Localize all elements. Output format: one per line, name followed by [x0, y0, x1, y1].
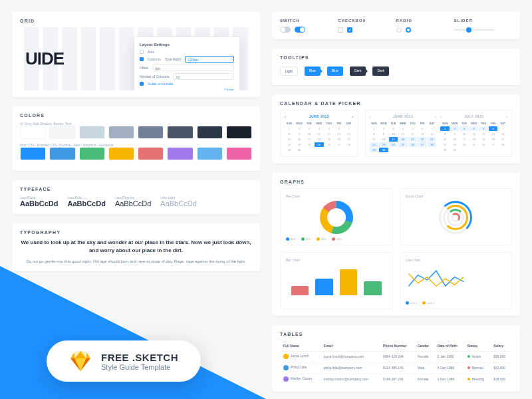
calendar-day[interactable]: 7 [344, 126, 354, 131]
calendar-day[interactable]: 24 [305, 142, 314, 147]
calendar-day[interactable]: 28 [498, 142, 507, 147]
calendar-day[interactable]: 19 [408, 137, 418, 142]
calendar-day[interactable]: 15 [440, 137, 450, 142]
calendar-day[interactable]: 9 [295, 132, 304, 136]
color-swatch[interactable] [167, 147, 193, 160]
color-swatch[interactable] [197, 126, 223, 139]
calendar-day[interactable]: 27 [418, 142, 427, 147]
calendar-day[interactable]: 20 [334, 137, 344, 142]
calendar-day[interactable]: 30 [295, 148, 304, 152]
calendar-day[interactable]: 4 [315, 126, 324, 131]
table-header[interactable]: Email [322, 342, 380, 350]
calendar-day[interactable]: 10 [305, 132, 314, 136]
calendar-day[interactable]: 24 [389, 142, 398, 147]
color-swatch[interactable] [138, 126, 164, 139]
calendar-day[interactable]: 11 [469, 132, 479, 136]
calendar-day[interactable]: 6 [489, 126, 498, 131]
calendar-day[interactable]: 18 [315, 137, 324, 142]
table-row[interactable]: Marilyn Castromarilyn.castro@company.com… [281, 374, 511, 384]
calendar-day[interactable]: 17 [389, 137, 398, 142]
calendar-day[interactable]: 16 [450, 137, 460, 142]
calendar-day[interactable]: 6 [418, 126, 427, 131]
num-cols-input[interactable]: 12 [173, 73, 234, 80]
radio-on[interactable] [406, 27, 411, 33]
radio-off[interactable] [396, 27, 402, 33]
calendar-day[interactable]: 19 [325, 137, 334, 142]
calendar-day[interactable]: 27 [334, 142, 344, 147]
calendar-day[interactable]: 4 [469, 126, 479, 131]
calendar-day[interactable]: 15 [370, 137, 379, 142]
checkbox-off[interactable] [338, 27, 343, 33]
calendar-day[interactable]: 8 [370, 132, 379, 136]
calendar-day[interactable]: 23 [379, 142, 388, 147]
calendar-day[interactable]: 15 [285, 137, 294, 142]
color-swatch[interactable] [20, 126, 46, 139]
calendar-day[interactable]: 22 [440, 142, 450, 147]
calendar-day[interactable]: 9 [379, 132, 388, 136]
calendar-day[interactable]: 5 [408, 126, 418, 131]
calendar-day[interactable]: 7 [428, 126, 437, 131]
calendar-day[interactable]: 24 [460, 142, 469, 147]
calendar-day[interactable]: 2 [295, 126, 304, 131]
calendar-day[interactable]: 27 [489, 142, 498, 147]
calendar-day[interactable]: 25 [315, 142, 324, 147]
color-swatch[interactable] [79, 147, 105, 160]
color-swatch[interactable] [108, 147, 134, 160]
color-swatch[interactable] [197, 147, 223, 160]
calendar-day[interactable]: 14 [344, 132, 354, 136]
calendar-day[interactable]: 1 [370, 126, 379, 131]
calendar-day[interactable]: 30 [379, 148, 388, 152]
color-swatch[interactable] [138, 147, 164, 160]
calendar-day[interactable]: 2 [379, 126, 388, 131]
calendar-day[interactable]: 26 [479, 142, 488, 147]
calendar-day[interactable]: 28 [344, 142, 354, 147]
color-swatch[interactable] [49, 126, 75, 139]
calendar-day[interactable]: 10 [389, 132, 398, 136]
table-header[interactable]: Date of Birth [436, 342, 464, 350]
cal-next-icon[interactable]: › [506, 114, 507, 118]
calendar-day[interactable]: 1 [285, 126, 294, 131]
calendar-day[interactable]: 18 [469, 137, 479, 142]
calendar-day[interactable]: 21 [428, 137, 437, 142]
calendar-day[interactable]: 8 [440, 132, 450, 136]
calendar-day[interactable]: 13 [418, 132, 427, 136]
calendar-day[interactable]: 2 [450, 126, 460, 131]
calendar-day[interactable]: 25 [398, 142, 408, 147]
calendar-day[interactable]: 29 [440, 148, 450, 152]
calendar-day[interactable]: 25 [469, 142, 479, 147]
calendar-day[interactable]: 13 [334, 132, 344, 136]
checkbox-on[interactable] [347, 27, 352, 33]
calendar-day[interactable]: 5 [325, 126, 334, 131]
calendar-day[interactable]: 28 [428, 142, 437, 147]
calendar-day[interactable]: 26 [408, 142, 418, 147]
calendar-day[interactable]: 13 [489, 132, 498, 136]
calendar-day[interactable]: 3 [460, 126, 469, 131]
calendar-day[interactable]: 14 [428, 132, 437, 136]
calendar-day[interactable]: 11 [398, 132, 408, 136]
table-header[interactable]: Status [466, 342, 490, 350]
calendar-day[interactable]: 16 [379, 137, 388, 142]
calendar-day[interactable]: 21 [344, 137, 354, 142]
cal-prev-icon[interactable]: ‹ [440, 114, 442, 118]
calendar-day[interactable]: 16 [295, 137, 304, 142]
color-swatch[interactable] [49, 147, 75, 160]
table-row[interactable]: Philip Littlephilip.little@company.com01… [281, 362, 511, 372]
cal-next-icon[interactable]: › [435, 114, 436, 118]
color-swatch[interactable] [226, 147, 252, 160]
table-header[interactable]: Full Name [281, 342, 321, 350]
color-swatch[interactable] [226, 126, 252, 139]
calendar-day[interactable]: 23 [450, 142, 460, 147]
calendar-day[interactable]: 12 [325, 132, 334, 136]
color-swatch[interactable] [108, 126, 134, 139]
center-link[interactable]: Center [224, 88, 234, 90]
calendar-day[interactable]: 5 [479, 126, 488, 131]
calendar-day[interactable]: 14 [498, 132, 507, 136]
calendar-day[interactable]: 19 [479, 137, 488, 142]
calendar-day[interactable]: 18 [398, 137, 408, 142]
calendar-day[interactable]: 3 [305, 126, 314, 131]
calendar-day[interactable]: 10 [460, 132, 469, 136]
calendar-day[interactable]: 9 [450, 132, 460, 136]
cal-prev-icon[interactable]: ‹ [370, 114, 371, 118]
color-swatch[interactable] [79, 126, 105, 139]
calendar-day[interactable]: 29 [370, 148, 379, 152]
